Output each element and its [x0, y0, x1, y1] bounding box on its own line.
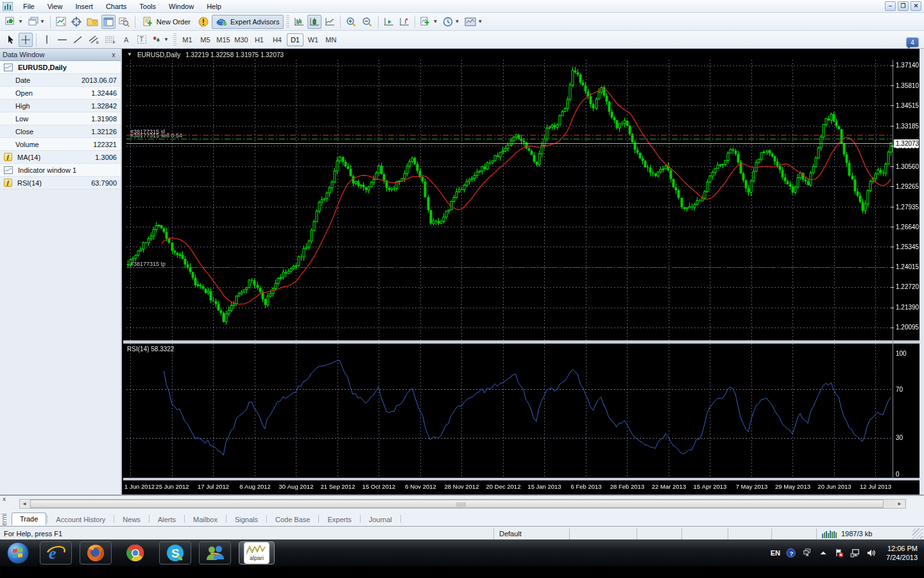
clock[interactable]: 12:06 PM 7/24/2013	[882, 544, 918, 562]
drawing-toolbar: E F A T ▼ M1M5M15M30H1H4D1W1MN	[0, 31, 924, 49]
line-chart-mode-button[interactable]	[323, 15, 337, 29]
data-window-close-icon[interactable]: x	[109, 51, 118, 58]
terminal-tab-mailbox[interactable]: Mailbox	[185, 514, 225, 525]
firefox-button[interactable]	[80, 541, 112, 565]
alert-button[interactable]	[196, 15, 210, 29]
help-icon[interactable]: ?	[786, 548, 796, 557]
chevron-down-icon[interactable]: ▼	[127, 51, 132, 58]
terminal-tab-signals[interactable]: Signals	[227, 514, 266, 525]
timeframe-m30[interactable]: M30	[233, 33, 250, 46]
start-button[interactable]	[4, 541, 32, 565]
arrows-button[interactable]: ▼	[150, 33, 171, 47]
terminal-tab-news[interactable]: News	[115, 514, 148, 525]
data-window-button[interactable]	[69, 15, 83, 29]
terminal-tab-experts[interactable]: Experts	[320, 514, 359, 525]
menu-item-help[interactable]: Help	[200, 1, 228, 12]
terminal-tab-journal[interactable]: Journal	[361, 514, 400, 525]
chart-shift-button[interactable]	[397, 15, 411, 29]
timeframe-h1[interactable]: H1	[251, 33, 268, 46]
dropdown-caret[interactable]: ▼	[432, 19, 438, 24]
timeframe-m1[interactable]: M1	[179, 33, 196, 46]
scroll-left-arrow[interactable]: ◄	[20, 500, 29, 508]
dropdown-caret[interactable]: ▼	[18, 19, 23, 24]
new-order-button[interactable]: New Order	[139, 15, 195, 29]
navigator-button[interactable]	[85, 15, 100, 29]
messenger-button[interactable]	[199, 541, 231, 565]
expand-arrow-icon[interactable]	[818, 548, 828, 557]
periods-button[interactable]: ▼	[441, 15, 461, 29]
terminal-tab-trade[interactable]: Trade	[12, 512, 46, 525]
show-hidden-icons[interactable]	[802, 548, 812, 557]
chart-quote-line: 1.32219 1.32258 1.31975 1.32073	[185, 51, 284, 58]
horizontal-scrollbar[interactable]: ◄ ►	[19, 499, 906, 509]
timeframe-h4[interactable]: H4	[269, 33, 286, 46]
cursor-button[interactable]	[3, 33, 17, 47]
timeframe-m15[interactable]: M15	[215, 33, 232, 46]
text-label-button[interactable]: T	[135, 33, 149, 47]
profiles-button[interactable]: ▼	[26, 15, 47, 29]
bar-chart-mode-button[interactable]	[292, 15, 306, 29]
chart-title-overlay[interactable]: ▼ EURUSD,Daily 1.32219 1.32258 1.31975 1…	[127, 51, 284, 58]
timeframe-d1[interactable]: D1	[287, 33, 304, 46]
menu-item-charts[interactable]: Charts	[99, 1, 133, 12]
terminal-tab-alerts[interactable]: Alerts	[150, 514, 184, 525]
menu-item-tools[interactable]: Tools	[133, 1, 162, 12]
crosshair-button[interactable]	[19, 33, 33, 47]
restore-button[interactable]: ❐	[898, 1, 909, 11]
scrollbar-thumb[interactable]	[30, 500, 884, 508]
timeframe-w1[interactable]: W1	[305, 33, 321, 46]
templates-button[interactable]: ▼	[463, 15, 484, 29]
notification-badge[interactable]: 4	[906, 37, 919, 48]
candlestick-mode-button[interactable]	[307, 15, 321, 29]
network-icon[interactable]	[850, 548, 860, 557]
internet-explorer-button[interactable]: e	[40, 541, 72, 565]
zoom-in-button[interactable]	[344, 15, 359, 29]
dropdown-caret[interactable]: ▼	[40, 19, 45, 24]
menu-item-window[interactable]: Window	[162, 1, 200, 12]
volume-icon[interactable]	[866, 548, 877, 557]
vertical-line-button[interactable]	[40, 33, 54, 47]
equidistant-channel-button[interactable]: E	[86, 33, 101, 47]
new-chart-icon	[5, 17, 17, 27]
chrome-button[interactable]	[119, 541, 151, 565]
periods-icon	[443, 17, 453, 27]
new-chart-button[interactable]: ▼	[3, 15, 25, 29]
indicators-button[interactable]: ▼	[418, 15, 440, 29]
menu-item-file[interactable]: File	[17, 1, 41, 12]
menu-item-view[interactable]: View	[41, 1, 69, 12]
dropdown-caret[interactable]: ▼	[164, 37, 169, 42]
timeframe-mn[interactable]: MN	[323, 33, 339, 46]
terminal-tab-code-base[interactable]: Code Base	[268, 514, 318, 525]
skype-button[interactable]: S	[159, 541, 191, 565]
data-window-header[interactable]: Data Window x	[0, 49, 121, 61]
auto-scroll-button[interactable]	[382, 15, 396, 29]
trendline-button[interactable]	[71, 33, 85, 47]
alpari-metatrader-button[interactable]: alpari	[239, 541, 275, 565]
horizontal-line-button[interactable]	[55, 33, 69, 47]
expert-advisors-button[interactable]: Expert Advisors	[212, 15, 284, 29]
text-button[interactable]: A	[119, 33, 133, 47]
terminal-tab-account-history[interactable]: Account History	[48, 514, 113, 525]
minimize-button[interactable]: –	[885, 1, 896, 11]
dropdown-caret[interactable]: ▼	[454, 19, 459, 24]
resize-grip[interactable]	[912, 529, 923, 539]
terminal-button[interactable]	[101, 15, 116, 29]
action-center-flag-icon[interactable]	[834, 548, 844, 557]
zoom-out-button[interactable]	[360, 15, 375, 29]
dropdown-caret[interactable]: ▼	[477, 19, 483, 24]
status-profile[interactable]: Default	[493, 529, 569, 539]
scroll-right-arrow[interactable]: ►	[895, 500, 904, 508]
menu-item-insert[interactable]: Insert	[69, 1, 99, 12]
data-window-symbol-row[interactable]: EURUSD,Daily	[0, 61, 121, 74]
auto-scroll-icon	[384, 17, 394, 26]
terminal-close-icon[interactable]: x	[0, 496, 8, 502]
timeframe-m5[interactable]: M5	[197, 33, 214, 46]
tab-divider	[318, 515, 319, 523]
svg-text:?: ?	[789, 550, 793, 557]
fibonacci-button[interactable]: F	[103, 33, 118, 47]
price-chart-canvas[interactable]	[123, 49, 920, 494]
market-watch-button[interactable]	[54, 15, 68, 29]
strategy-tester-button[interactable]	[117, 15, 132, 29]
language-indicator[interactable]: EN	[771, 549, 780, 557]
close-button[interactable]: ✕	[911, 1, 921, 11]
